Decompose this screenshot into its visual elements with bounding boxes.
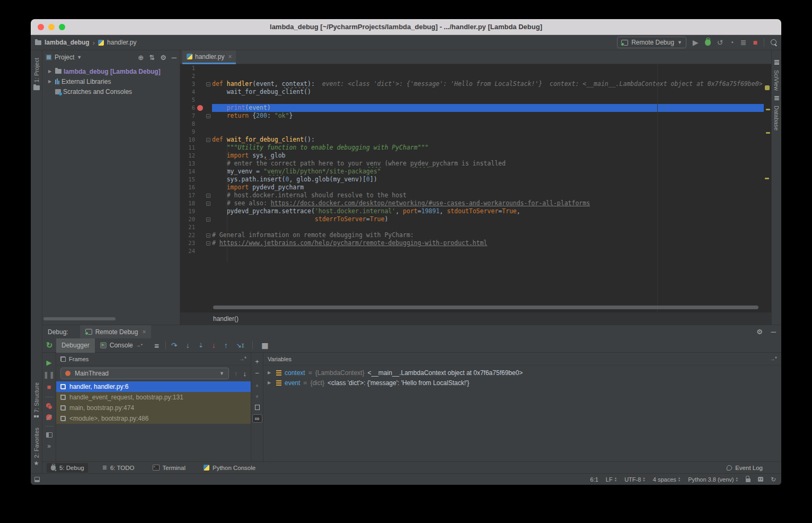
gutter[interactable]: 5	[180, 96, 212, 104]
run-coverage-button[interactable]: ↺	[717, 38, 723, 47]
code-line[interactable]: 17 # host.docker.internal should resolve…	[180, 191, 764, 199]
fold-icon[interactable]	[206, 202, 210, 206]
locate-file-icon[interactable]: ⊕	[138, 54, 144, 62]
tool-stripe-favorites[interactable]: 2: Favorites	[33, 428, 40, 458]
encoding-selector[interactable]: UTF-8 ▲▼	[624, 476, 646, 483]
breakpoint-dot[interactable]	[197, 105, 203, 111]
run-to-cursor-icon[interactable]: ↘ɪ	[236, 342, 244, 349]
variable-row[interactable]: ▶ event = {dict} <class 'dict'>: {'messa…	[263, 378, 781, 388]
resume-icon[interactable]: ▶	[47, 359, 52, 367]
gutter[interactable]: 6	[180, 104, 212, 112]
thread-selector[interactable]: MainThread ▼	[60, 368, 229, 379]
tool-stripe-structure[interactable]: 7: Structure	[33, 382, 40, 413]
minimize-window-button[interactable]	[48, 24, 55, 30]
gutter[interactable]: 17	[180, 191, 212, 199]
traffic-lights[interactable]	[38, 24, 65, 30]
warning-mark[interactable]	[766, 109, 770, 110]
code-line[interactable]: 11 """Utility function to enable debuggi…	[180, 144, 764, 152]
gutter[interactable]: 12	[180, 152, 212, 160]
step-into-my-code-icon[interactable]: ↓	[212, 341, 216, 350]
expand-arrow-icon[interactable]: ▶	[268, 370, 273, 375]
stack-frame[interactable]: main, bootstrap.py:474	[56, 403, 251, 413]
tab-debugger[interactable]: Debugger	[56, 338, 95, 353]
code-line[interactable]: 23 # https://www.jetbrains.com/help/pych…	[180, 239, 764, 247]
gutter[interactable]: 16	[180, 184, 212, 191]
stack-frame[interactable]: <module>, bootstrap.py:486	[56, 413, 251, 424]
tab-console[interactable]: Console →*	[95, 338, 148, 353]
gutter[interactable]: 8	[180, 120, 212, 128]
tool-stripe-project[interactable]: 1: Project	[33, 58, 40, 82]
force-step-into-icon[interactable]: ⇣	[198, 342, 204, 349]
gutter[interactable]: 7	[180, 112, 212, 120]
fold-icon[interactable]	[206, 194, 210, 198]
stop-button[interactable]: ■	[753, 38, 757, 47]
tool-window-toggle-icon[interactable]	[34, 477, 40, 482]
fold-icon[interactable]	[206, 138, 210, 142]
code-line[interactable]: 19 pydevd_pycharm.settrace('host.docker.…	[180, 207, 764, 215]
show-watches-toggle[interactable]: ∞	[252, 414, 262, 423]
remove-watch-icon[interactable]: −	[255, 370, 259, 377]
inspection-indicator[interactable]	[765, 85, 770, 90]
code-line[interactable]: 6 print(event)	[180, 104, 764, 112]
gutter[interactable]: 4	[180, 88, 212, 96]
hide-panel-icon[interactable]: ─	[771, 328, 776, 336]
tree-item[interactable]: ▶ External Libraries	[42, 76, 180, 86]
code-line[interactable]: 4 wait_for_debug_client()	[180, 88, 764, 96]
gutter[interactable]: 22	[180, 231, 212, 239]
code-line[interactable]: 5	[180, 96, 764, 104]
code-line[interactable]: 21	[180, 223, 764, 231]
gutter[interactable]: 23	[180, 239, 212, 247]
pin-icon[interactable]: →*	[770, 356, 777, 362]
interpreter-selector[interactable]: Python 3.8 (venv) ▲▼	[688, 476, 738, 483]
code-line[interactable]: 13 # enter the correct path here to your…	[180, 160, 764, 168]
code-line[interactable]: 15 sys.path.insert(0, glob.glob(my_venv)…	[180, 176, 764, 184]
code-line[interactable]: 2	[180, 72, 764, 80]
code-line[interactable]: 16 import pydevd_pycharm	[180, 184, 764, 191]
hide-panel-icon[interactable]: ─	[172, 54, 176, 62]
breadcrumb-file[interactable]: handler.py	[107, 39, 136, 46]
code-line[interactable]: 9	[180, 128, 764, 136]
warning-mark[interactable]	[766, 132, 770, 134]
code-line[interactable]: 10 def wait_for_debug_client():	[180, 136, 764, 144]
expand-arrow-icon[interactable]: ▶	[47, 79, 53, 84]
expand-arrow-icon[interactable]: ▶	[47, 69, 53, 74]
gutter[interactable]: 21	[180, 223, 212, 231]
stop-icon[interactable]: ■	[47, 383, 51, 391]
concurrency-button[interactable]: ≣	[740, 38, 747, 47]
gutter[interactable]: 14	[180, 168, 212, 176]
gutter[interactable]: 11	[180, 144, 212, 152]
move-down-icon[interactable]: ▼	[255, 393, 260, 400]
evaluate-expression-icon[interactable]: ▦	[261, 341, 268, 350]
gutter[interactable]: 3	[180, 80, 212, 88]
pause-icon[interactable]: ❚❚	[43, 371, 55, 379]
inspections-icon[interactable]	[758, 477, 763, 482]
rerun-icon[interactable]: ↻	[42, 341, 56, 350]
tree-item[interactable]: Scratches and Consoles	[42, 86, 180, 97]
move-up-icon[interactable]: ▲	[255, 381, 260, 389]
editor-tab-handler[interactable]: handler.py ×	[182, 50, 236, 64]
event-log-button[interactable]: Event Log	[723, 463, 766, 473]
collapse-all-icon[interactable]: ⇅	[149, 54, 155, 62]
tree-item[interactable]: ▶ lambda_debug [Lambda Debug]	[42, 66, 180, 76]
code-line[interactable]: 1	[180, 64, 764, 72]
code-line[interactable]: 18 # see also: https://docs.docker.com/d…	[180, 199, 764, 207]
variable-row[interactable]: ▶ context = {LambdaContext} <__main__.La…	[263, 368, 781, 378]
fold-icon[interactable]	[206, 241, 210, 246]
gutter[interactable]: 1	[180, 64, 212, 72]
breadcrumb-project[interactable]: lambda_debug	[45, 39, 90, 46]
run-button[interactable]: ▶	[693, 38, 699, 47]
debug-session-tab[interactable]: Remote Debug ×	[80, 325, 152, 338]
search-everywhere-icon[interactable]	[771, 39, 777, 46]
code-line[interactable]: 8	[180, 120, 764, 128]
gear-icon[interactable]: ⚙	[756, 328, 763, 336]
gutter[interactable]: 2	[180, 72, 212, 80]
editor-hscrollbar[interactable]	[213, 306, 758, 309]
fold-icon[interactable]	[206, 114, 210, 118]
code-line[interactable]: 20 stderrToServer=True)	[180, 215, 764, 223]
duplicate-icon[interactable]	[255, 405, 260, 410]
layout-menu-icon[interactable]: ≡	[154, 341, 159, 350]
toolbar-tab-terminal[interactable]: Terminal	[149, 463, 189, 473]
gutter[interactable]: 20	[180, 215, 212, 223]
add-watch-icon[interactable]: +	[255, 358, 259, 365]
gear-icon[interactable]: ⚙	[160, 54, 166, 62]
